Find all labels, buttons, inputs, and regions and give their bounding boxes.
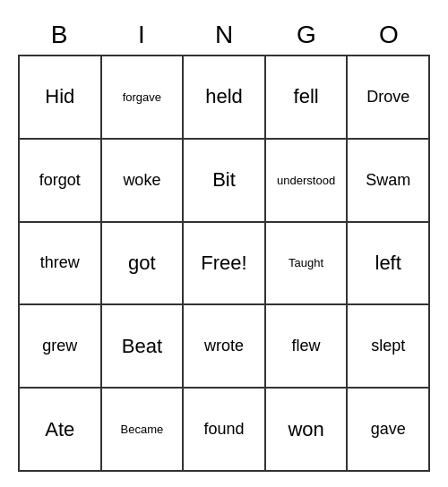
header-letter: B: [18, 15, 100, 55]
cell-text: grew: [42, 337, 77, 355]
cell-text: forgot: [39, 171, 81, 190]
bingo-cell: Beat: [102, 305, 185, 389]
header-letter: N: [183, 15, 265, 55]
cell-text: woke: [123, 171, 160, 190]
bingo-cell: Free!: [184, 223, 266, 306]
bingo-cell: threw: [20, 223, 102, 306]
cell-text: forgave: [123, 90, 161, 104]
cell-text: held: [205, 85, 243, 108]
bingo-cell: Drove: [348, 56, 430, 140]
bingo-cell: Hid: [20, 56, 102, 140]
cell-text: Drove: [366, 88, 409, 107]
cell-text: flew: [292, 337, 321, 355]
cell-text: Bit: [212, 168, 236, 192]
cell-text: left: [375, 252, 401, 275]
bingo-cell: forgave: [102, 56, 185, 140]
bingo-cell: woke: [102, 140, 185, 223]
bingo-cell: found: [184, 389, 266, 472]
cell-text: Ate: [45, 418, 74, 441]
bingo-cell: Swam: [348, 140, 430, 223]
cell-text: Free!: [201, 252, 246, 275]
bingo-cell: understood: [266, 140, 349, 223]
cell-text: Swam: [366, 171, 410, 190]
cell-text: Became: [121, 423, 164, 436]
bingo-cell: Taught: [266, 223, 349, 306]
bingo-grid: HidforgaveheldfellDroveforgotwokeBitunde…: [18, 55, 430, 472]
cell-text: Taught: [289, 256, 323, 269]
cell-text: threw: [40, 253, 80, 272]
cell-text: won: [288, 418, 323, 441]
bingo-card: BINGO HidforgaveheldfellDroveforgotwokeB…: [18, 15, 430, 472]
bingo-cell: fell: [266, 56, 349, 140]
header-letter: G: [265, 15, 348, 55]
bingo-cell: held: [184, 56, 266, 140]
bingo-cell: slept: [348, 305, 430, 389]
bingo-header: BINGO: [18, 15, 430, 55]
bingo-cell: flew: [266, 305, 349, 389]
cell-text: Beat: [122, 335, 162, 358]
bingo-cell: forgot: [20, 140, 102, 223]
cell-text: gave: [371, 420, 406, 439]
bingo-cell: grew: [20, 305, 102, 389]
bingo-cell: gave: [348, 389, 430, 472]
bingo-cell: left: [348, 223, 430, 306]
bingo-cell: wrote: [184, 305, 266, 389]
cell-text: understood: [277, 174, 335, 187]
cell-text: found: [203, 420, 244, 439]
cell-text: got: [128, 252, 156, 275]
bingo-cell: won: [266, 389, 349, 472]
bingo-cell: Ate: [20, 389, 102, 472]
header-letter: O: [348, 15, 430, 55]
bingo-cell: Became: [102, 389, 185, 472]
header-letter: I: [100, 15, 183, 55]
cell-text: Hid: [45, 85, 74, 108]
bingo-cell: Bit: [184, 140, 266, 223]
cell-text: fell: [294, 85, 319, 108]
cell-text: wrote: [204, 337, 244, 355]
cell-text: slept: [371, 337, 405, 355]
bingo-cell: got: [102, 223, 185, 306]
